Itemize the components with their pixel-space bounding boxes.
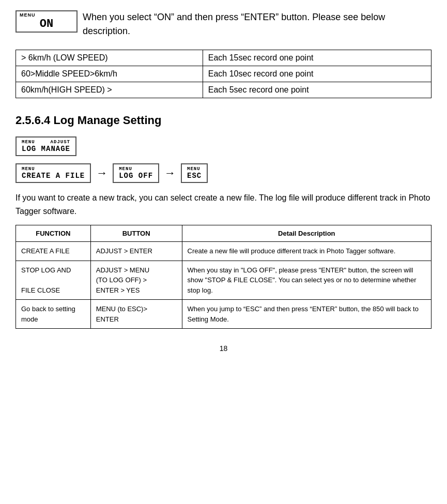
table-row: Go back to setting modeMENU (to ESC)> EN…: [16, 300, 431, 329]
button-cell: ADJUST > ENTER: [90, 242, 182, 261]
table-row: 60>Middle SPEED>6km/hEach 10sec record o…: [16, 66, 431, 82]
button-cell: ADJUST > MENU (TO LOG OFF) > ENTER > YES: [90, 261, 182, 300]
main-table: FUNCTION BUTTON Detail Description CREAT…: [16, 225, 431, 329]
on-text: ON: [40, 18, 53, 30]
detail-cell: When you stay in "LOG OFF", please press…: [182, 261, 431, 300]
speed-condition: 60>Middle SPEED>6km/h: [16, 66, 203, 82]
flow-box-esc: MENU ESC: [181, 163, 208, 183]
intro-description: When you select “ON” and then press “ENT…: [83, 10, 431, 38]
function-cell: CREATE A FILE: [16, 242, 91, 261]
arrow-2: →: [164, 166, 176, 180]
flow-box-create: MENU CREATE A FILE: [16, 163, 91, 183]
flow-diagram: MENU CREATE A FILE → MENU LOG OFF → MENU…: [16, 163, 431, 183]
log-manage-adjust-label: ADJUST: [51, 140, 70, 145]
log-manage-device-image: MENU ADJUST LOG MANAGE: [16, 136, 76, 156]
log-manage-text: LOG MANAGE: [22, 145, 70, 153]
log-manage-image-container: MENU ADJUST LOG MANAGE: [16, 136, 431, 156]
col-function: FUNCTION: [16, 225, 91, 242]
arrow-1: →: [96, 166, 107, 180]
menu-label: MENU: [20, 12, 73, 18]
col-detail: Detail Description: [182, 225, 431, 242]
detail-cell: When you jump to “ESC” and then press “E…: [182, 300, 431, 329]
table-row: STOP LOG AND FILE CLOSEADJUST > MENU (TO…: [16, 261, 431, 300]
col-button: BUTTON: [90, 225, 182, 242]
flow-box3-text: ESC: [187, 172, 202, 180]
function-cell: Go back to setting mode: [16, 300, 91, 329]
section-description: If you want to create a new track, you c…: [16, 191, 431, 218]
flow-box3-menu: MENU: [187, 166, 202, 172]
table-row: > 6km/h (LOW SPEED)Each 15sec record one…: [16, 50, 431, 66]
flow-box2-menu: MENU: [119, 166, 153, 172]
speed-record: Each 10sec record one point: [203, 66, 431, 82]
table-header-row: FUNCTION BUTTON Detail Description: [16, 225, 431, 242]
speed-condition: 60km/h(HIGH SPEED) >: [16, 82, 203, 98]
flow-box2-text: LOG OFF: [119, 172, 153, 180]
flow-box-logoff: MENU LOG OFF: [113, 163, 159, 183]
page-number: 18: [16, 344, 431, 353]
table-row: 60km/h(HIGH SPEED) >Each 5sec record one…: [16, 82, 431, 98]
table-row: CREATE A FILEADJUST > ENTERCreate a new …: [16, 242, 431, 261]
button-cell: MENU (to ESC)> ENTER: [90, 300, 182, 329]
flow-box1-menu: MENU: [22, 166, 85, 172]
flow-box1-text: CREATE A FILE: [22, 172, 85, 180]
log-manage-menu-label: MENU: [22, 140, 35, 145]
speed-condition: > 6km/h (LOW SPEED): [16, 50, 203, 66]
intro-section: MENU ON When you select “ON” and then pr…: [16, 10, 431, 45]
on-device-image: MENU ON: [16, 10, 78, 33]
speed-record: Each 5sec record one point: [203, 82, 431, 98]
speed-record: Each 15sec record one point: [203, 50, 431, 66]
detail-cell: Create a new file will produce different…: [182, 242, 431, 261]
section-title: 2.5.6.4 Log Manage Setting: [16, 114, 431, 127]
speed-table: > 6km/h (LOW SPEED)Each 15sec record one…: [16, 50, 431, 98]
function-cell: STOP LOG AND FILE CLOSE: [16, 261, 91, 300]
